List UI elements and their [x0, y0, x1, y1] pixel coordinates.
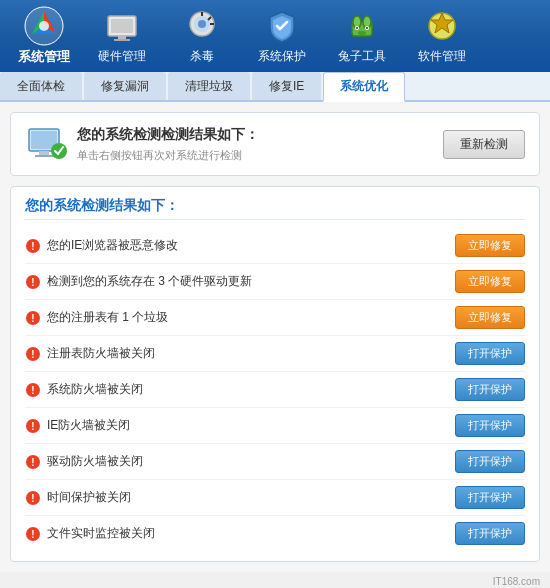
summary-title: 您的系统检测检测结果如下： — [77, 126, 259, 144]
result-text: 驱动防火墙被关闭 — [47, 453, 143, 470]
result-left: !您的IE浏览器被恶意修改 — [25, 237, 178, 254]
summary-subtitle: 单击右侧按钮再次对系统进行检测 — [77, 148, 259, 163]
warning-icon: ! — [25, 526, 41, 542]
result-item: !IE防火墙被关闭打开保护 — [25, 408, 525, 444]
result-left: !IE防火墙被关闭 — [25, 417, 130, 434]
nav-software[interactable]: 软件管理 — [404, 2, 480, 71]
main-content: 您的系统检测检测结果如下： 单击右侧按钮再次对系统进行检测 重新检测 您的系统检… — [0, 102, 550, 572]
svg-text:!: ! — [31, 421, 34, 432]
result-text: IE防火墙被关闭 — [47, 417, 130, 434]
rescan-button[interactable]: 重新检测 — [443, 130, 525, 159]
hardware-icon — [104, 8, 140, 44]
result-text: 时间保护被关闭 — [47, 489, 131, 506]
svg-point-8 — [198, 20, 206, 28]
footer: IT168.com — [0, 572, 550, 588]
svg-rect-23 — [39, 151, 49, 155]
summary-box: 您的系统检测检测结果如下： 单击右侧按钮再次对系统进行检测 重新检测 — [10, 112, 540, 176]
summary-left: 您的系统检测检测结果如下： 单击右侧按钮再次对系统进行检测 — [25, 123, 259, 165]
top-navigation: 系统管理 硬件管理 杀毒 系统保护 — [0, 0, 550, 72]
result-text: 您的IE浏览器被恶意修改 — [47, 237, 178, 254]
result-item: !您的IE浏览器被恶意修改立即修复 — [25, 228, 525, 264]
svg-point-17 — [356, 27, 358, 29]
warning-icon: ! — [25, 238, 41, 254]
warning-icon: ! — [25, 310, 41, 326]
nav-shield[interactable]: 系统保护 — [244, 2, 320, 71]
footer-text: IT168.com — [493, 576, 540, 587]
logo-label: 系统管理 — [18, 48, 70, 66]
tab-qingli[interactable]: 清理垃圾 — [168, 72, 250, 100]
svg-text:!: ! — [31, 457, 34, 468]
tab-bar: 全面体检 修复漏洞 清理垃圾 修复IE 系统优化 — [0, 72, 550, 102]
svg-text:!: ! — [31, 349, 34, 360]
warning-icon: ! — [25, 346, 41, 362]
antivirus-icon — [184, 8, 220, 44]
result-left: !时间保护被关闭 — [25, 489, 131, 506]
tab-xiufu-loudong[interactable]: 修复漏洞 — [84, 72, 166, 100]
results-section: 您的系统检测结果如下： !您的IE浏览器被恶意修改立即修复!检测到您的系统存在 … — [10, 186, 540, 562]
protect-button[interactable]: 打开保护 — [455, 522, 525, 545]
result-text: 系统防火墙被关闭 — [47, 381, 143, 398]
svg-rect-24 — [35, 155, 53, 157]
summary-text: 您的系统检测检测结果如下： 单击右侧按钮再次对系统进行检测 — [77, 126, 259, 163]
tab-quanmian[interactable]: 全面体检 — [0, 72, 82, 100]
warning-icon: ! — [25, 490, 41, 506]
protect-button[interactable]: 打开保护 — [455, 414, 525, 437]
warning-icon: ! — [25, 454, 41, 470]
svg-text:!: ! — [31, 493, 34, 504]
fix-button[interactable]: 立即修复 — [455, 270, 525, 293]
result-text: 您的注册表有 1 个垃圾 — [47, 309, 168, 326]
nav-hardware[interactable]: 硬件管理 — [84, 2, 160, 71]
result-left: !文件实时监控被关闭 — [25, 525, 155, 542]
tab-xiufu-ie[interactable]: 修复IE — [252, 72, 321, 100]
result-left: !注册表防火墙被关闭 — [25, 345, 155, 362]
result-item: !注册表防火墙被关闭打开保护 — [25, 336, 525, 372]
svg-text:!: ! — [31, 385, 34, 396]
nav-hardware-label: 硬件管理 — [98, 48, 146, 65]
nav-software-label: 软件管理 — [418, 48, 466, 65]
svg-text:!: ! — [31, 313, 34, 324]
result-item: !时间保护被关闭打开保护 — [25, 480, 525, 516]
result-item: !检测到您的系统存在 3 个硬件驱动更新立即修复 — [25, 264, 525, 300]
svg-rect-4 — [118, 36, 126, 39]
svg-rect-3 — [111, 19, 133, 33]
nav-tools[interactable]: 兔子工具 — [324, 2, 400, 71]
shield-icon — [264, 8, 300, 44]
results-title: 您的系统检测结果如下： — [25, 197, 525, 220]
logo-icon — [24, 6, 64, 46]
warning-icon: ! — [25, 418, 41, 434]
nav-antivirus-label: 杀毒 — [190, 48, 214, 65]
protect-button[interactable]: 打开保护 — [455, 450, 525, 473]
svg-text:!: ! — [31, 277, 34, 288]
protect-button[interactable]: 打开保护 — [455, 342, 525, 365]
svg-rect-5 — [114, 39, 130, 41]
svg-point-19 — [358, 31, 366, 35]
result-item: !系统防火墙被关闭打开保护 — [25, 372, 525, 408]
fix-button[interactable]: 立即修复 — [455, 306, 525, 329]
nav-tools-label: 兔子工具 — [338, 48, 386, 65]
svg-point-1 — [39, 21, 49, 31]
result-text: 文件实时监控被关闭 — [47, 525, 155, 542]
fix-button[interactable]: 立即修复 — [455, 234, 525, 257]
protect-button[interactable]: 打开保护 — [455, 486, 525, 509]
result-left: !检测到您的系统存在 3 个硬件驱动更新 — [25, 273, 252, 290]
logo-area: 系统管理 — [8, 6, 80, 66]
tab-xitong-youhua[interactable]: 系统优化 — [323, 72, 405, 102]
result-text: 检测到您的系统存在 3 个硬件驱动更新 — [47, 273, 252, 290]
result-left: !您的注册表有 1 个垃圾 — [25, 309, 168, 326]
nav-shield-label: 系统保护 — [258, 48, 306, 65]
svg-text:!: ! — [31, 241, 34, 252]
result-text: 注册表防火墙被关闭 — [47, 345, 155, 362]
result-item: !您的注册表有 1 个垃圾立即修复 — [25, 300, 525, 336]
result-item: !驱动防火墙被关闭打开保护 — [25, 444, 525, 480]
nav-antivirus[interactable]: 杀毒 — [164, 2, 240, 71]
result-left: !系统防火墙被关闭 — [25, 381, 143, 398]
summary-computer-icon — [25, 123, 67, 165]
protect-button[interactable]: 打开保护 — [455, 378, 525, 401]
result-item: !文件实时监控被关闭打开保护 — [25, 516, 525, 551]
svg-point-18 — [366, 27, 368, 29]
result-left: !驱动防火墙被关闭 — [25, 453, 143, 470]
svg-text:!: ! — [31, 529, 34, 540]
warning-icon: ! — [25, 274, 41, 290]
warning-icon: ! — [25, 382, 41, 398]
results-list: !您的IE浏览器被恶意修改立即修复!检测到您的系统存在 3 个硬件驱动更新立即修… — [25, 228, 525, 551]
